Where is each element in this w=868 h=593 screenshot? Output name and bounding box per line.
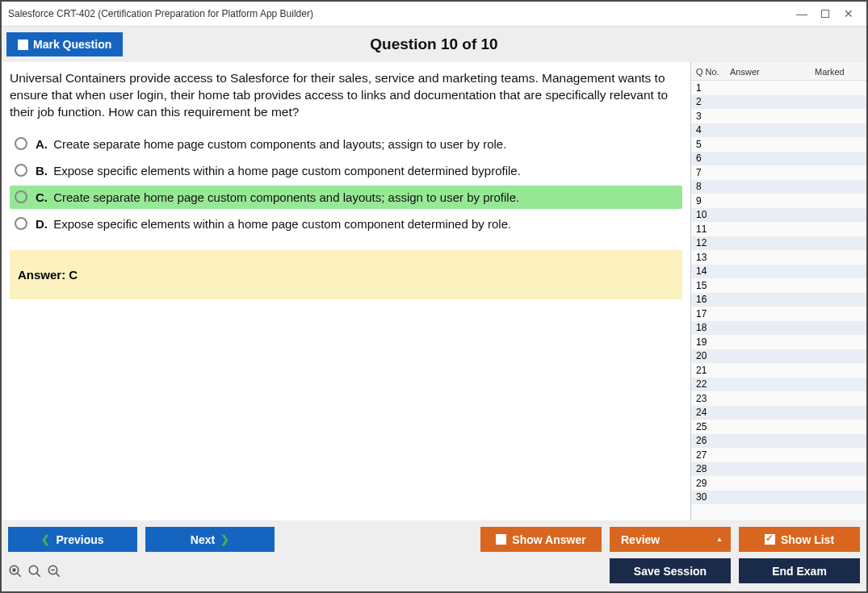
zoom-reset-icon[interactable] [8,564,23,578]
window-title: Salesforce CRT-402 (Certification Prepar… [8,8,797,19]
list-item[interactable]: 28 [691,462,866,477]
option-letter: B. [36,164,48,177]
list-item[interactable]: 27 [691,448,866,462]
question-list-pane: Q No. Answer Marked 12345678910111213141… [690,62,866,520]
radio-icon[interactable] [15,137,27,150]
row-qno: 26 [696,435,730,446]
list-item[interactable]: 29 [691,476,866,491]
option-letter: A. [36,137,48,151]
row-qno: 14 [696,265,730,277]
row-qno: 4 [696,124,730,136]
save-session-button[interactable]: Save Session [610,558,731,583]
question-text: Universal Containers provide access to S… [10,70,682,121]
answer-label: Answer: C [18,268,78,282]
bottom-bar: ❮ Previous Next ❯ Show Answer Review ▲ S… [2,520,866,591]
list-item[interactable]: 8 [691,180,866,194]
list-item[interactable]: 30 [691,491,866,505]
list-item[interactable]: 6 [691,152,866,166]
list-item[interactable]: 2 [691,95,866,110]
row-qno: 9 [696,195,730,207]
col-answer: Answer [730,67,815,77]
option-row[interactable]: A. Create separate home page custom comp… [10,132,682,156]
end-exam-button[interactable]: End Exam [739,558,860,583]
list-item[interactable]: 9 [691,194,866,208]
row-qno: 15 [696,280,730,291]
list-item[interactable]: 15 [691,278,866,293]
list-item[interactable]: 13 [691,250,866,265]
option-letter: D. [36,217,48,231]
option-row[interactable]: D. Expose specific elements within a hom… [10,212,682,236]
list-item[interactable]: 14 [691,265,866,279]
list-item[interactable]: 25 [691,420,866,434]
show-list-button[interactable]: Show List [739,527,860,552]
list-item[interactable]: 12 [691,236,866,251]
radio-icon[interactable] [15,164,27,177]
row-qno: 7 [696,167,730,178]
list-item[interactable]: 21 [691,363,866,378]
option-letter: C. [36,190,48,204]
row-qno: 23 [696,393,730,404]
list-item[interactable]: 22 [691,378,866,392]
option-row[interactable]: B. Expose specific elements within a hom… [10,159,682,182]
zoom-out-icon[interactable] [47,564,61,578]
button-row-2: Save Session End Exam [8,558,860,583]
row-qno: 8 [696,181,730,192]
close-icon[interactable]: ✕ [844,9,853,19]
radio-icon[interactable] [15,217,27,230]
previous-label: Previous [56,533,103,546]
checkbox-icon [18,40,28,50]
zoom-in-icon[interactable] [27,564,42,578]
content-area: Universal Containers provide access to S… [2,62,866,520]
row-qno: 21 [696,365,730,376]
row-qno: 2 [696,96,730,107]
row-qno: 22 [696,378,730,390]
row-qno: 6 [696,152,730,164]
button-row-1: ❮ Previous Next ❯ Show Answer Review ▲ S… [8,527,860,552]
list-item[interactable]: 26 [691,434,866,449]
row-qno: 16 [696,294,730,305]
list-item[interactable]: 5 [691,137,866,152]
list-item[interactable]: 4 [691,123,866,138]
next-button[interactable]: Next ❯ [145,527,275,552]
row-qno: 24 [696,407,730,418]
row-qno: 25 [696,421,730,432]
svg-point-3 [29,566,38,574]
list-item[interactable]: 19 [691,335,866,349]
list-item[interactable]: 1 [691,81,866,95]
chevron-left-icon: ❮ [41,533,50,545]
mark-question-button[interactable]: Mark Question [6,32,123,56]
minimize-icon[interactable]: — [797,9,807,19]
svg-point-2 [13,569,15,571]
list-item[interactable]: 16 [691,293,866,307]
next-label: Next [191,533,215,546]
list-item[interactable]: 24 [691,406,866,420]
radio-icon[interactable] [15,190,27,203]
list-item[interactable]: 18 [691,321,866,336]
previous-button[interactable]: ❮ Previous [8,527,137,552]
maximize-icon[interactable] [821,10,829,18]
review-button[interactable]: Review ▲ [610,527,731,552]
row-qno: 28 [696,463,730,474]
row-qno: 11 [696,223,730,235]
row-qno: 19 [696,336,730,348]
list-item[interactable]: 10 [691,208,866,223]
list-header: Q No. Answer Marked [691,62,866,81]
checkbox-icon [496,534,506,545]
list-item[interactable]: 3 [691,109,866,123]
end-exam-label: End Exam [772,565,827,578]
row-qno: 3 [696,111,730,122]
show-list-label: Show List [781,533,834,546]
chevron-right-icon: ❯ [220,533,229,545]
list-item[interactable]: 7 [691,165,866,180]
option-text: A. Create separate home page custom comp… [36,137,506,151]
list-item[interactable]: 17 [691,307,866,321]
row-qno: 5 [696,139,730,150]
list-item[interactable]: 11 [691,222,866,236]
zoom-controls [8,564,61,578]
list-item[interactable]: 23 [691,391,866,406]
show-answer-button[interactable]: Show Answer [480,527,602,552]
option-row[interactable]: C. Create separate home page custom comp… [10,186,682,209]
show-answer-label: Show Answer [512,533,585,546]
question-list[interactable]: 1234567891011121314151617181920212223242… [691,81,866,520]
list-item[interactable]: 20 [691,349,866,364]
